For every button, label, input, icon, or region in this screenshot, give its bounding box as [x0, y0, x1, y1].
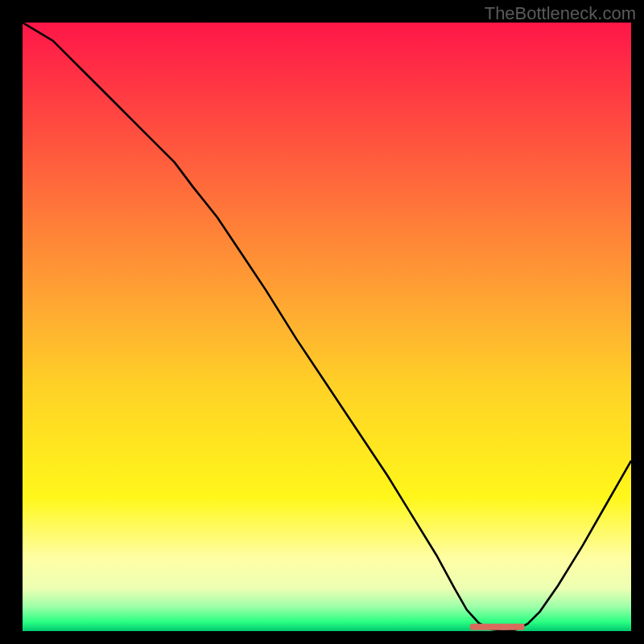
chart-container: [23, 23, 631, 631]
watermark-text: TheBottleneck.com: [485, 3, 636, 24]
gradient-background: [23, 23, 631, 631]
optimal-range-marker: [470, 624, 525, 630]
bottleneck-chart: [23, 23, 631, 631]
